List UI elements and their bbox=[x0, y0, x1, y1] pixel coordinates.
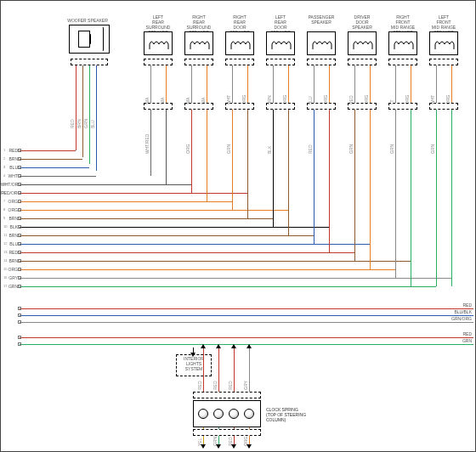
right-bus-line bbox=[20, 315, 473, 316]
clock-spring-coil-4 bbox=[244, 409, 254, 419]
speaker-bus-drop bbox=[395, 110, 396, 278]
speaker-conn bbox=[266, 59, 295, 65]
speaker-drop bbox=[436, 65, 437, 103]
bus-terminal bbox=[18, 166, 21, 169]
speaker-drop bbox=[247, 65, 248, 103]
wire-label: ORG bbox=[242, 71, 246, 105]
wire-label: ORG bbox=[283, 71, 287, 105]
bus-terminal bbox=[18, 217, 21, 220]
speaker-drop bbox=[191, 65, 192, 103]
woofer-wire bbox=[76, 65, 76, 150]
wire-label: WHT bbox=[227, 71, 231, 105]
speaker-box bbox=[307, 31, 336, 55]
cs-drop bbox=[234, 347, 235, 398]
arrow-up-icon bbox=[201, 344, 206, 348]
wire-label: WHT/RED bbox=[145, 120, 150, 154]
bus-pin: 15 bbox=[3, 267, 7, 271]
bus-line bbox=[20, 184, 191, 185]
woofer-wire-label: RED bbox=[71, 86, 75, 128]
arrow-down-icon bbox=[190, 353, 196, 357]
right-bus-label: BLU/BLK bbox=[445, 309, 472, 314]
speaker-bus-drop bbox=[329, 110, 330, 252]
bus-terminal bbox=[18, 285, 21, 288]
wire-label: ORG bbox=[324, 71, 328, 105]
wire-label: BLU bbox=[309, 71, 313, 105]
speaker-bus-drop bbox=[354, 110, 355, 261]
bus-pin: 16 bbox=[3, 275, 7, 280]
arrow-down-icon bbox=[216, 444, 221, 449]
speaker-bus-drop bbox=[247, 110, 248, 218]
bus-pin: 13 bbox=[3, 250, 7, 254]
wire-label: ORG bbox=[365, 71, 369, 105]
speaker-drop bbox=[232, 65, 233, 103]
bus-terminal bbox=[18, 149, 21, 152]
cs-drop bbox=[218, 347, 219, 398]
right-bus-label: RED bbox=[445, 302, 472, 308]
bus-line bbox=[20, 201, 232, 202]
speaker-conn bbox=[184, 59, 213, 65]
speaker-bus-drop bbox=[207, 110, 207, 201]
speaker-drop bbox=[451, 65, 452, 103]
bus-line bbox=[20, 159, 82, 160]
wire-label: N/A bbox=[186, 71, 190, 105]
clock-spring-coil-2 bbox=[213, 409, 224, 419]
wiring-diagram: WOOFER SPEAKER LEFTREARSURROUNDSPEAKERRI… bbox=[0, 0, 476, 452]
bus-terminal bbox=[18, 234, 21, 237]
speaker-box bbox=[388, 31, 417, 55]
speaker-drop bbox=[411, 65, 411, 103]
speaker-bus-drop bbox=[273, 110, 274, 227]
wire-label: RED bbox=[309, 120, 313, 154]
wire-label: LT bbox=[390, 71, 394, 105]
bus-line bbox=[20, 235, 314, 236]
bus-pin: 17 bbox=[3, 284, 7, 288]
speaker-drop bbox=[150, 65, 151, 103]
speaker-bus-drop bbox=[288, 110, 289, 235]
bus-terminal bbox=[18, 208, 21, 212]
bus-terminal bbox=[18, 276, 21, 280]
arrow-up-icon bbox=[216, 344, 221, 348]
wire-label: GRN bbox=[349, 120, 354, 154]
woofer-wire bbox=[82, 65, 83, 157]
speaker-bus-drop bbox=[166, 110, 167, 184]
arrow-down-icon bbox=[201, 444, 206, 449]
speaker-bus-drop bbox=[451, 110, 452, 286]
arrow-up-icon bbox=[246, 344, 252, 348]
wire-label: GRN bbox=[227, 120, 231, 154]
speaker-box bbox=[348, 31, 377, 55]
bus-terminal bbox=[18, 336, 21, 339]
clock-spring-label: CLOCK SPRING(TOP OF STEERINGCOLUMN) bbox=[266, 407, 317, 422]
bus-pin: 14 bbox=[3, 258, 7, 263]
speaker-drop bbox=[314, 65, 314, 103]
woofer-wire-label: BLU bbox=[91, 86, 95, 128]
bus-terminal bbox=[18, 314, 21, 317]
speaker-bus-drop bbox=[370, 110, 371, 269]
bus-pin: 11 bbox=[3, 233, 7, 237]
wire-label: WHT bbox=[431, 71, 435, 105]
speaker-box bbox=[225, 31, 254, 55]
bus-pin: 5 bbox=[3, 182, 5, 186]
bus-line bbox=[20, 176, 96, 177]
speaker-conn bbox=[144, 59, 173, 65]
speaker-drop bbox=[166, 65, 167, 103]
wire-label: N/A bbox=[201, 71, 206, 105]
bus-terminal bbox=[18, 242, 21, 246]
bus-line bbox=[20, 193, 247, 194]
speaker-drop bbox=[273, 65, 274, 103]
bus-pin: 4 bbox=[3, 173, 5, 178]
bus-terminal bbox=[18, 268, 21, 271]
speaker-bus-drop bbox=[150, 110, 151, 176]
speaker-box bbox=[266, 31, 295, 55]
right-bus-label: GRN bbox=[445, 338, 472, 343]
speaker-drop bbox=[354, 65, 355, 103]
wire-label: ORG bbox=[405, 71, 410, 105]
wire-label: ORG bbox=[186, 120, 190, 154]
bus-terminal bbox=[18, 307, 21, 310]
cs-wire-label: GRY bbox=[244, 366, 248, 390]
right-bus-line bbox=[20, 308, 473, 309]
speaker-bus-drop bbox=[191, 110, 192, 193]
bus-terminal bbox=[18, 225, 21, 229]
bus-terminal bbox=[18, 342, 21, 346]
clock-spring-coil-1 bbox=[198, 409, 208, 419]
wire-label: GRN bbox=[431, 120, 435, 154]
wire-label: N/A bbox=[145, 71, 150, 105]
